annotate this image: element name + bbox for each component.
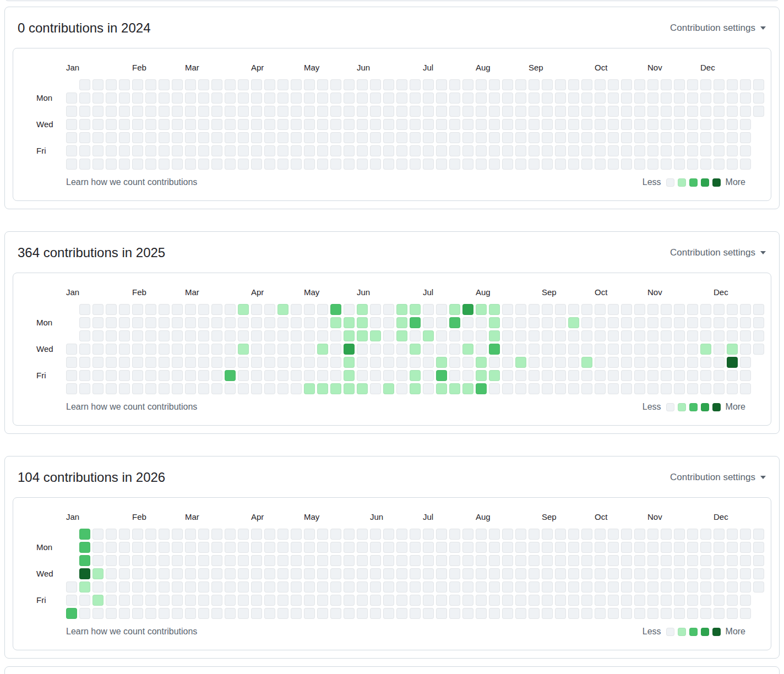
- contribution-cell[interactable]: [753, 79, 764, 90]
- contribution-cell[interactable]: [515, 330, 526, 341]
- contribution-cell[interactable]: [119, 106, 130, 117]
- contribution-cell[interactable]: [436, 304, 447, 315]
- contribution-cell[interactable]: [476, 145, 487, 156]
- contribution-cell[interactable]: [595, 595, 606, 606]
- contribution-cell[interactable]: [515, 159, 526, 170]
- contribution-cell[interactable]: [608, 529, 619, 540]
- contribution-cell[interactable]: [423, 555, 434, 566]
- contribution-cell[interactable]: [568, 330, 579, 341]
- contribution-cell[interactable]: [172, 132, 183, 143]
- contribution-cell[interactable]: [647, 132, 658, 143]
- contribution-cell[interactable]: [700, 330, 711, 341]
- contribution-cell[interactable]: [436, 317, 447, 328]
- contribution-cell[interactable]: [608, 555, 619, 566]
- contribution-cell[interactable]: [330, 357, 341, 368]
- contribution-cell[interactable]: [198, 608, 209, 619]
- contribution-cell[interactable]: [145, 93, 156, 104]
- contribution-cell[interactable]: [172, 79, 183, 90]
- contribution-cell[interactable]: [423, 542, 434, 553]
- contribution-cell[interactable]: [357, 106, 368, 117]
- contribution-cell[interactable]: [449, 568, 460, 579]
- contribution-cell[interactable]: [687, 132, 698, 143]
- contribution-cell[interactable]: [555, 79, 566, 90]
- contribution-cell[interactable]: [674, 317, 685, 328]
- contribution-cell[interactable]: [515, 370, 526, 381]
- contribution-cell[interactable]: [145, 304, 156, 315]
- contribution-cell[interactable]: [462, 330, 473, 341]
- contribution-cell[interactable]: [172, 568, 183, 579]
- contribution-cell[interactable]: [581, 595, 592, 606]
- contribution-cell[interactable]: [568, 542, 579, 553]
- contribution-cell[interactable]: [423, 529, 434, 540]
- contribution-cell[interactable]: [727, 370, 738, 381]
- contribution-cell[interactable]: [145, 317, 156, 328]
- contribution-cell[interactable]: [410, 317, 421, 328]
- contribution-cell[interactable]: [423, 132, 434, 143]
- contribution-cell[interactable]: [119, 145, 130, 156]
- contribution-cell[interactable]: [185, 529, 196, 540]
- contribution-cell[interactable]: [489, 93, 500, 104]
- contribution-cell[interactable]: [740, 79, 751, 90]
- contribution-cell[interactable]: [383, 330, 394, 341]
- contribution-cell[interactable]: [79, 344, 90, 355]
- contribution-cell[interactable]: [317, 529, 328, 540]
- contribution-cell[interactable]: [515, 542, 526, 553]
- contribution-cell[interactable]: [462, 106, 473, 117]
- contribution-cell[interactable]: [462, 317, 473, 328]
- contribution-cell[interactable]: [264, 119, 275, 130]
- contribution-cell[interactable]: [145, 357, 156, 368]
- contribution-cell[interactable]: [595, 608, 606, 619]
- contribution-cell[interactable]: [159, 370, 170, 381]
- contribution-cell[interactable]: [700, 370, 711, 381]
- contribution-cell[interactable]: [634, 608, 645, 619]
- contribution-cell[interactable]: [674, 529, 685, 540]
- contribution-cell[interactable]: [185, 581, 196, 593]
- contribution-cell[interactable]: [542, 568, 553, 579]
- contribution-cell[interactable]: [700, 132, 711, 143]
- contribution-cell[interactable]: [476, 132, 487, 143]
- contribution-cell[interactable]: [555, 317, 566, 328]
- contribution-cell[interactable]: [542, 529, 553, 540]
- contribution-cell[interactable]: [674, 93, 685, 104]
- contribution-cell[interactable]: [661, 93, 672, 104]
- contribution-cell[interactable]: [753, 304, 764, 315]
- contribution-cell[interactable]: [449, 595, 460, 606]
- contribution-cell[interactable]: [225, 119, 236, 130]
- contribution-cell[interactable]: [529, 568, 540, 579]
- contribution-cell[interactable]: [211, 529, 222, 540]
- contribution-cell[interactable]: [132, 330, 143, 341]
- contribution-cell[interactable]: [79, 119, 90, 130]
- contribution-cell[interactable]: [185, 119, 196, 130]
- contribution-cell[interactable]: [264, 344, 275, 355]
- contribution-cell[interactable]: [211, 581, 222, 593]
- contribution-cell[interactable]: [159, 529, 170, 540]
- contribution-cell[interactable]: [264, 542, 275, 553]
- contribution-cell[interactable]: [581, 330, 592, 341]
- contribution-cell[interactable]: [357, 555, 368, 566]
- contribution-cell[interactable]: [198, 581, 209, 593]
- contribution-cell[interactable]: [211, 555, 222, 566]
- contribution-cell[interactable]: [291, 119, 302, 130]
- contribution-cell[interactable]: [396, 568, 407, 579]
- contribution-cell[interactable]: [92, 344, 104, 355]
- contribution-cell[interactable]: [489, 330, 500, 341]
- contribution-cell[interactable]: [225, 568, 236, 579]
- contribution-cell[interactable]: [159, 555, 170, 566]
- contribution-cell[interactable]: [277, 383, 288, 394]
- contribution-cell[interactable]: [700, 581, 711, 593]
- contribution-cell[interactable]: [370, 529, 381, 540]
- contribution-cell[interactable]: [383, 132, 394, 143]
- contribution-cell[interactable]: [595, 304, 606, 315]
- contribution-cell[interactable]: [119, 357, 130, 368]
- contribution-cell[interactable]: [277, 145, 288, 156]
- contribution-cell[interactable]: [159, 357, 170, 368]
- contribution-cell[interactable]: [581, 608, 592, 619]
- contribution-cell[interactable]: [423, 145, 434, 156]
- contribution-cell[interactable]: [489, 542, 500, 553]
- contribution-cell[interactable]: [238, 132, 249, 143]
- contribution-cell[interactable]: [251, 581, 262, 593]
- contribution-cell[interactable]: [476, 93, 487, 104]
- contribution-cell[interactable]: [251, 529, 262, 540]
- contribution-cell[interactable]: [264, 93, 275, 104]
- contribution-cell[interactable]: [727, 93, 738, 104]
